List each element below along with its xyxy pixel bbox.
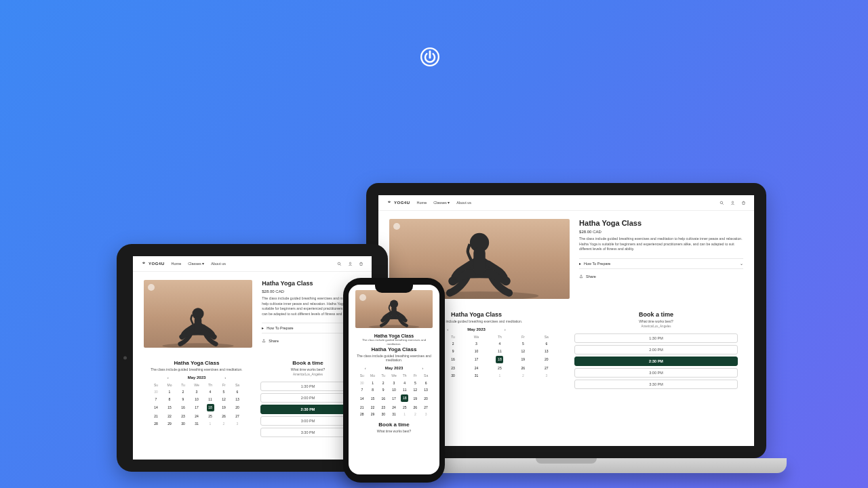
calendar-day[interactable]: 19 (410, 393, 421, 403)
calendar-day[interactable]: 3 (465, 340, 488, 347)
calendar-day[interactable]: 12 (410, 386, 421, 393)
calendar-day[interactable]: 5 (511, 340, 534, 347)
calendar-day[interactable]: 2 (378, 379, 389, 386)
calendar-day[interactable]: 24 (389, 404, 399, 411)
calendar-day[interactable]: 21 (149, 413, 163, 420)
time-slot[interactable]: 2:30 PM (574, 357, 738, 366)
calendar-day[interactable]: 7 (149, 395, 163, 402)
calendar-day[interactable]: 16 (441, 354, 465, 365)
site-brand[interactable]: YOG4U (387, 200, 410, 205)
calendar-day[interactable]: 5 (410, 379, 421, 386)
calendar-day[interactable]: 2 (511, 372, 534, 379)
calendar-day[interactable]: 30 (149, 388, 163, 395)
calendar-day[interactable]: 27 (420, 404, 431, 411)
calendar-day[interactable]: 31 (465, 372, 488, 379)
nav-classes[interactable]: Classes ▾ (188, 262, 204, 266)
time-slot[interactable]: 3:30 PM (574, 380, 738, 389)
time-slot[interactable]: 2:00 PM (574, 345, 738, 354)
nav-home[interactable]: Home (417, 201, 427, 205)
calendar-day[interactable]: 29 (163, 420, 176, 427)
cart-icon[interactable] (359, 262, 363, 266)
calendar-day[interactable]: 13 (231, 395, 244, 402)
calendar-day[interactable]: 27 (535, 365, 558, 371)
calendar-day[interactable]: 20 (231, 403, 244, 413)
calendar-grid[interactable]: SuMoTuWeThFrSa30123456789101112131415161… (357, 372, 431, 418)
calendar-day[interactable]: 9 (441, 347, 465, 354)
calendar-day[interactable]: 20 (420, 393, 431, 403)
calendar-day[interactable]: 23 (378, 404, 389, 411)
time-slot[interactable]: 3:00 PM (260, 416, 355, 426)
calendar-day[interactable]: 1 (203, 420, 217, 427)
calendar-day[interactable]: 30 (441, 372, 465, 379)
how-to-prepare-toggle[interactable]: ▸ How To Prepare ⌄ (579, 258, 743, 269)
calendar-day[interactable]: 30 (378, 411, 389, 418)
calendar-day[interactable]: 26 (410, 404, 421, 411)
calendar-day[interactable]: 25 (399, 404, 410, 411)
time-slot[interactable]: 1:30 PM (260, 382, 355, 391)
calendar-day[interactable]: 28 (357, 411, 368, 418)
next-month-button[interactable]: › (422, 366, 423, 370)
calendar-day[interactable]: 25 (203, 413, 217, 420)
calendar-day[interactable]: 2 (441, 340, 465, 347)
calendar-day[interactable]: 23 (441, 365, 465, 371)
time-slot[interactable]: 3:00 PM (574, 368, 738, 378)
calendar-day[interactable]: 19 (511, 354, 534, 365)
calendar-day[interactable]: 15 (163, 403, 176, 413)
calendar-day[interactable]: 3 (190, 388, 203, 395)
calendar-day[interactable]: 27 (231, 413, 244, 420)
nav-about[interactable]: About us (211, 262, 226, 266)
calendar-day[interactable]: 18 (203, 403, 217, 413)
calendar-day[interactable]: 3 (231, 420, 244, 427)
site-brand[interactable]: YOG4U (141, 261, 165, 266)
prev-month-button[interactable]: ‹ (447, 327, 448, 331)
calendar-day[interactable]: 10 (389, 386, 399, 393)
calendar-day[interactable]: 18 (488, 354, 511, 365)
calendar-day[interactable]: 10 (465, 347, 488, 354)
calendar-day[interactable]: 30 (176, 420, 190, 427)
calendar-day[interactable]: 3 (420, 411, 431, 418)
nav-about[interactable]: About us (456, 201, 471, 205)
calendar-day[interactable]: 1 (399, 411, 410, 418)
calendar-day[interactable]: 8 (368, 386, 378, 393)
calendar-day[interactable]: 2 (410, 411, 421, 418)
calendar-day[interactable]: 11 (488, 347, 511, 354)
calendar-day[interactable]: 12 (511, 347, 534, 354)
calendar-day[interactable]: 6 (231, 388, 244, 395)
calendar-day[interactable]: 23 (176, 413, 190, 420)
calendar-day[interactable]: 14 (357, 393, 368, 403)
calendar-day[interactable]: 11 (399, 386, 410, 393)
calendar-day[interactable]: 2 (176, 388, 190, 395)
calendar-day[interactable]: 31 (190, 420, 203, 427)
next-month-button[interactable]: › (505, 327, 506, 331)
time-slot[interactable]: 2:30 PM (260, 405, 355, 414)
calendar-day[interactable]: 7 (357, 386, 368, 393)
calendar-day[interactable]: 9 (176, 395, 190, 402)
calendar-day[interactable]: 4 (203, 388, 217, 395)
share-button[interactable]: Share (579, 274, 743, 279)
calendar-day[interactable]: 8 (163, 395, 176, 402)
calendar-day[interactable]: 28 (149, 420, 163, 427)
calendar-day[interactable]: 26 (511, 365, 534, 371)
calendar-day[interactable]: 13 (420, 386, 431, 393)
calendar-day[interactable]: 17 (190, 403, 203, 413)
calendar-day[interactable]: 4 (488, 340, 511, 347)
prev-month-button[interactable]: ‹ (365, 366, 366, 370)
calendar-day[interactable]: 4 (399, 379, 410, 386)
calendar-day[interactable]: 29 (368, 411, 378, 418)
calendar-day[interactable]: 20 (535, 354, 558, 365)
calendar-day[interactable]: 16 (378, 393, 389, 403)
calendar-day[interactable]: 18 (399, 393, 410, 403)
calendar-day[interactable]: 5 (217, 388, 231, 395)
calendar-day[interactable]: 15 (368, 393, 378, 403)
cart-icon[interactable] (741, 201, 746, 205)
calendar-day[interactable]: 1 (368, 379, 378, 386)
calendar-day[interactable]: 26 (217, 413, 231, 420)
time-slot[interactable]: 1:30 PM (574, 333, 738, 343)
search-icon[interactable] (337, 262, 342, 266)
calendar-day[interactable]: 6 (535, 340, 558, 347)
calendar-day[interactable]: 12 (217, 395, 231, 402)
calendar-day[interactable]: 22 (163, 413, 176, 420)
calendar-day[interactable]: 9 (378, 386, 389, 393)
time-slot[interactable]: 3:30 PM (260, 428, 355, 437)
calendar-day[interactable]: 14 (149, 403, 163, 413)
